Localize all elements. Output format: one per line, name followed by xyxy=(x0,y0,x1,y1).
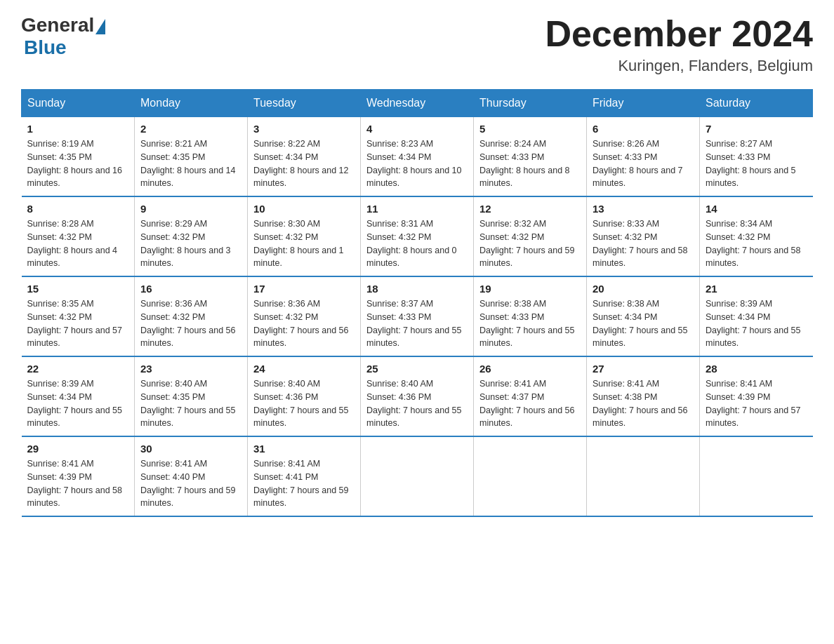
day-info: Sunrise: 8:28 AM Sunset: 4:32 PM Dayligh… xyxy=(27,217,129,270)
day-number: 10 xyxy=(253,203,355,215)
day-cell: 9 Sunrise: 8:29 AM Sunset: 4:32 PM Dayli… xyxy=(135,196,248,276)
day-info: Sunrise: 8:26 AM Sunset: 4:33 PM Dayligh… xyxy=(593,137,694,190)
day-info: Sunrise: 8:27 AM Sunset: 4:33 PM Dayligh… xyxy=(706,137,807,190)
day-number: 16 xyxy=(140,283,241,295)
day-cell: 29 Sunrise: 8:41 AM Sunset: 4:39 PM Dayl… xyxy=(22,436,135,516)
logo: General Blue xyxy=(21,14,107,59)
day-info: Sunrise: 8:31 AM Sunset: 4:32 PM Dayligh… xyxy=(366,217,468,270)
day-number: 2 xyxy=(140,123,241,135)
day-info: Sunrise: 8:40 AM Sunset: 4:35 PM Dayligh… xyxy=(140,377,241,430)
day-cell: 6 Sunrise: 8:26 AM Sunset: 4:33 PM Dayli… xyxy=(587,117,700,197)
header-wednesday: Wednesday xyxy=(361,90,474,117)
day-info: Sunrise: 8:38 AM Sunset: 4:34 PM Dayligh… xyxy=(593,297,694,350)
day-cell: 13 Sunrise: 8:33 AM Sunset: 4:32 PM Dayl… xyxy=(587,196,700,276)
day-info: Sunrise: 8:39 AM Sunset: 4:34 PM Dayligh… xyxy=(27,377,129,430)
calendar-body: 1 Sunrise: 8:19 AM Sunset: 4:35 PM Dayli… xyxy=(22,117,813,517)
day-cell: 7 Sunrise: 8:27 AM Sunset: 4:33 PM Dayli… xyxy=(700,117,813,197)
day-cell: 19 Sunrise: 8:38 AM Sunset: 4:33 PM Dayl… xyxy=(474,276,587,356)
header-thursday: Thursday xyxy=(474,90,587,117)
day-cell: 31 Sunrise: 8:41 AM Sunset: 4:41 PM Dayl… xyxy=(248,436,361,516)
day-number: 1 xyxy=(27,123,129,135)
day-cell: 14 Sunrise: 8:34 AM Sunset: 4:32 PM Dayl… xyxy=(700,196,813,276)
day-info: Sunrise: 8:24 AM Sunset: 4:33 PM Dayligh… xyxy=(479,137,581,190)
day-number: 29 xyxy=(27,443,129,455)
header-sunday: Sunday xyxy=(22,90,135,117)
day-cell: 4 Sunrise: 8:23 AM Sunset: 4:34 PM Dayli… xyxy=(361,117,474,197)
day-number: 11 xyxy=(366,203,468,215)
logo-blue-text: Blue xyxy=(24,36,67,58)
logo-triangle-icon xyxy=(95,19,105,34)
day-cell: 18 Sunrise: 8:37 AM Sunset: 4:33 PM Dayl… xyxy=(361,276,474,356)
location-text: Kuringen, Flanders, Belgium xyxy=(545,57,813,75)
day-number: 31 xyxy=(253,443,355,455)
day-number: 28 xyxy=(706,363,807,375)
day-info: Sunrise: 8:41 AM Sunset: 4:37 PM Dayligh… xyxy=(479,377,581,430)
day-info: Sunrise: 8:39 AM Sunset: 4:34 PM Dayligh… xyxy=(706,297,807,350)
day-info: Sunrise: 8:21 AM Sunset: 4:35 PM Dayligh… xyxy=(140,137,241,190)
week-row-3: 15 Sunrise: 8:35 AM Sunset: 4:32 PM Dayl… xyxy=(22,276,813,356)
day-cell: 1 Sunrise: 8:19 AM Sunset: 4:35 PM Dayli… xyxy=(22,117,135,197)
day-cell: 27 Sunrise: 8:41 AM Sunset: 4:38 PM Dayl… xyxy=(587,356,700,436)
header-friday: Friday xyxy=(587,90,700,117)
day-number: 25 xyxy=(366,363,468,375)
day-number: 7 xyxy=(706,123,807,135)
day-cell: 10 Sunrise: 8:30 AM Sunset: 4:32 PM Dayl… xyxy=(248,196,361,276)
day-cell: 23 Sunrise: 8:40 AM Sunset: 4:35 PM Dayl… xyxy=(135,356,248,436)
day-info: Sunrise: 8:35 AM Sunset: 4:32 PM Dayligh… xyxy=(27,297,129,350)
day-info: Sunrise: 8:37 AM Sunset: 4:33 PM Dayligh… xyxy=(366,297,468,350)
header-saturday: Saturday xyxy=(700,90,813,117)
day-number: 26 xyxy=(479,363,581,375)
day-info: Sunrise: 8:36 AM Sunset: 4:32 PM Dayligh… xyxy=(140,297,241,350)
day-info: Sunrise: 8:19 AM Sunset: 4:35 PM Dayligh… xyxy=(27,137,129,190)
day-number: 9 xyxy=(140,203,241,215)
day-cell xyxy=(361,436,474,516)
day-number: 17 xyxy=(253,283,355,295)
day-cell: 26 Sunrise: 8:41 AM Sunset: 4:37 PM Dayl… xyxy=(474,356,587,436)
month-title: December 2024 xyxy=(545,14,813,54)
day-info: Sunrise: 8:30 AM Sunset: 4:32 PM Dayligh… xyxy=(253,217,355,270)
day-info: Sunrise: 8:33 AM Sunset: 4:32 PM Dayligh… xyxy=(593,217,694,270)
day-info: Sunrise: 8:40 AM Sunset: 4:36 PM Dayligh… xyxy=(253,377,355,430)
day-number: 13 xyxy=(593,203,694,215)
day-info: Sunrise: 8:22 AM Sunset: 4:34 PM Dayligh… xyxy=(253,137,355,190)
day-cell: 3 Sunrise: 8:22 AM Sunset: 4:34 PM Dayli… xyxy=(248,117,361,197)
day-cell: 17 Sunrise: 8:36 AM Sunset: 4:32 PM Dayl… xyxy=(248,276,361,356)
day-cell: 20 Sunrise: 8:38 AM Sunset: 4:34 PM Dayl… xyxy=(587,276,700,356)
day-info: Sunrise: 8:41 AM Sunset: 4:39 PM Dayligh… xyxy=(27,457,129,510)
weekday-header-row: Sunday Monday Tuesday Wednesday Thursday… xyxy=(22,90,813,117)
day-number: 3 xyxy=(253,123,355,135)
day-cell: 21 Sunrise: 8:39 AM Sunset: 4:34 PM Dayl… xyxy=(700,276,813,356)
day-info: Sunrise: 8:41 AM Sunset: 4:38 PM Dayligh… xyxy=(593,377,694,430)
day-number: 19 xyxy=(479,283,581,295)
day-number: 15 xyxy=(27,283,129,295)
day-info: Sunrise: 8:29 AM Sunset: 4:32 PM Dayligh… xyxy=(140,217,241,270)
day-cell: 25 Sunrise: 8:40 AM Sunset: 4:36 PM Dayl… xyxy=(361,356,474,436)
day-info: Sunrise: 8:23 AM Sunset: 4:34 PM Dayligh… xyxy=(366,137,468,190)
day-info: Sunrise: 8:32 AM Sunset: 4:32 PM Dayligh… xyxy=(479,217,581,270)
day-cell: 2 Sunrise: 8:21 AM Sunset: 4:35 PM Dayli… xyxy=(135,117,248,197)
day-cell: 11 Sunrise: 8:31 AM Sunset: 4:32 PM Dayl… xyxy=(361,196,474,276)
header-tuesday: Tuesday xyxy=(248,90,361,117)
week-row-4: 22 Sunrise: 8:39 AM Sunset: 4:34 PM Dayl… xyxy=(22,356,813,436)
day-info: Sunrise: 8:40 AM Sunset: 4:36 PM Dayligh… xyxy=(366,377,468,430)
logo-general-text: General xyxy=(21,14,94,36)
page-header: General Blue December 2024 Kuringen, Fla… xyxy=(21,14,813,75)
day-info: Sunrise: 8:41 AM Sunset: 4:41 PM Dayligh… xyxy=(253,457,355,510)
header-monday: Monday xyxy=(135,90,248,117)
calendar-header: Sunday Monday Tuesday Wednesday Thursday… xyxy=(22,90,813,117)
day-info: Sunrise: 8:34 AM Sunset: 4:32 PM Dayligh… xyxy=(706,217,807,270)
day-cell xyxy=(474,436,587,516)
calendar-table: Sunday Monday Tuesday Wednesday Thursday… xyxy=(21,89,813,517)
day-cell: 30 Sunrise: 8:41 AM Sunset: 4:40 PM Dayl… xyxy=(135,436,248,516)
day-number: 20 xyxy=(593,283,694,295)
day-info: Sunrise: 8:41 AM Sunset: 4:39 PM Dayligh… xyxy=(706,377,807,430)
day-cell xyxy=(587,436,700,516)
day-cell: 24 Sunrise: 8:40 AM Sunset: 4:36 PM Dayl… xyxy=(248,356,361,436)
day-cell: 22 Sunrise: 8:39 AM Sunset: 4:34 PM Dayl… xyxy=(22,356,135,436)
day-cell: 12 Sunrise: 8:32 AM Sunset: 4:32 PM Dayl… xyxy=(474,196,587,276)
day-cell xyxy=(700,436,813,516)
day-number: 22 xyxy=(27,363,129,375)
day-cell: 15 Sunrise: 8:35 AM Sunset: 4:32 PM Dayl… xyxy=(22,276,135,356)
day-number: 5 xyxy=(479,123,581,135)
day-number: 30 xyxy=(140,443,241,455)
